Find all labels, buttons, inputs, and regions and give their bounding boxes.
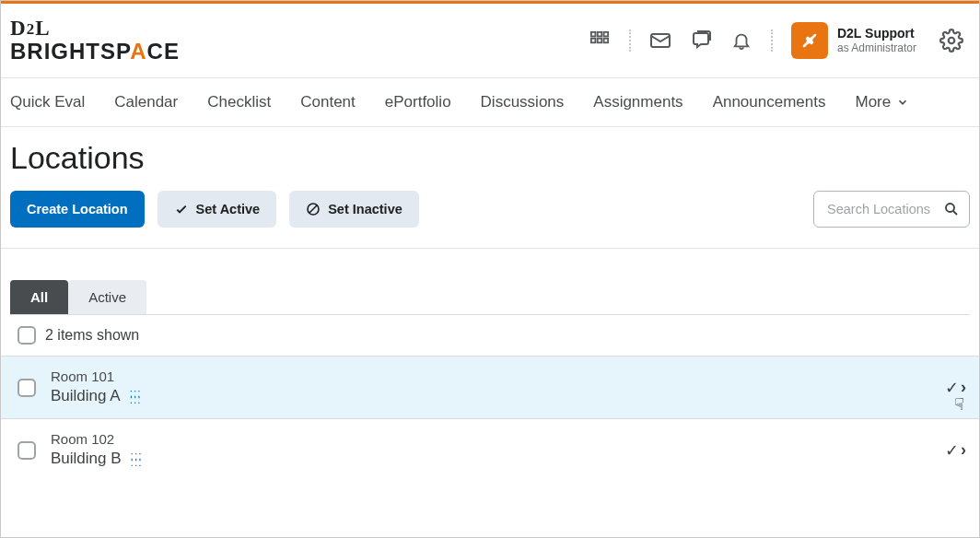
create-location-button[interactable]: Create Location xyxy=(10,191,145,228)
user-name: D2L Support xyxy=(837,26,916,41)
select-all-checkbox[interactable] xyxy=(18,326,36,345)
svg-rect-2 xyxy=(604,31,609,36)
status-active-icon: ✓ xyxy=(945,378,959,398)
separator xyxy=(771,29,773,52)
set-inactive-button[interactable]: Set Inactive xyxy=(289,191,419,228)
svg-rect-1 xyxy=(598,31,602,36)
location-name: Room 102 xyxy=(51,430,122,449)
row-checkbox[interactable] xyxy=(18,379,36,397)
list-summary-text: 2 items shown xyxy=(45,327,139,344)
avatar-icon xyxy=(791,22,828,59)
settings-icon[interactable] xyxy=(939,28,964,53)
nav-announcements[interactable]: Announcements xyxy=(713,93,826,111)
nav-checklist[interactable]: Checklist xyxy=(207,93,271,111)
separator xyxy=(629,29,631,52)
svg-rect-0 xyxy=(591,31,596,36)
row-checkbox[interactable] xyxy=(18,441,36,460)
user-menu[interactable]: D2L Support as Administrator xyxy=(791,22,916,59)
nav-discussions[interactable]: Discussions xyxy=(481,93,565,111)
svg-rect-4 xyxy=(598,38,602,42)
set-inactive-label: Set Inactive xyxy=(328,202,402,216)
svg-rect-3 xyxy=(591,38,596,42)
chevron-down-icon xyxy=(896,96,909,109)
list-summary-row: 2 items shown xyxy=(1,315,979,356)
set-active-label: Set Active xyxy=(196,202,261,216)
tab-all[interactable]: All xyxy=(10,280,68,314)
location-building: Building B xyxy=(51,449,122,470)
check-icon xyxy=(174,202,189,216)
location-building: Building A xyxy=(51,386,121,407)
nav-calendar[interactable]: Calendar xyxy=(114,93,178,111)
drag-handle-icon[interactable]: :::::: xyxy=(130,391,142,404)
app-header: D2L BRIGHTSPACE xyxy=(1,1,979,78)
search-locations[interactable] xyxy=(813,191,970,228)
chat-icon[interactable] xyxy=(690,29,712,52)
user-role: as Administrator xyxy=(837,41,916,54)
location-row[interactable]: Room 102 Building B :::::: ✓ › xyxy=(1,418,979,481)
row-actions-chevron-icon[interactable]: › xyxy=(961,440,966,460)
nav-quick-eval[interactable]: Quick Eval xyxy=(10,93,85,111)
mail-icon[interactable] xyxy=(649,29,671,52)
prohibit-icon xyxy=(306,202,321,216)
apps-grid-icon[interactable] xyxy=(589,29,611,52)
location-name: Room 101 xyxy=(51,368,121,386)
filter-tabs: All Active xyxy=(10,280,970,315)
nav-eportfolio[interactable]: ePortfolio xyxy=(385,93,451,111)
page-title: Locations xyxy=(1,127,979,191)
tab-active-filter[interactable]: Active xyxy=(68,280,146,314)
svg-rect-5 xyxy=(604,38,609,42)
primary-nav: Quick Eval Calendar Checklist Content eP… xyxy=(1,78,979,127)
svg-point-7 xyxy=(949,37,955,43)
location-row[interactable]: Room 101 Building A :::::: ✓ › ☟ xyxy=(1,356,979,418)
svg-point-9 xyxy=(946,204,954,212)
nav-more-label: More xyxy=(856,93,892,111)
status-active-icon: ✓ xyxy=(945,440,959,461)
search-icon xyxy=(943,201,960,217)
notifications-icon[interactable] xyxy=(730,29,752,52)
nav-more[interactable]: More xyxy=(856,93,910,111)
brand-logo: D2L BRIGHTSPACE xyxy=(10,18,180,63)
drag-handle-icon[interactable]: :::::: xyxy=(131,453,143,466)
action-bar: Create Location Set Active Set Inactive xyxy=(1,191,979,249)
search-input[interactable] xyxy=(827,202,936,216)
nav-assignments[interactable]: Assignments xyxy=(593,93,682,111)
set-active-button[interactable]: Set Active xyxy=(158,191,277,228)
nav-content[interactable]: Content xyxy=(300,93,356,111)
row-actions-chevron-icon[interactable]: › xyxy=(961,378,966,397)
